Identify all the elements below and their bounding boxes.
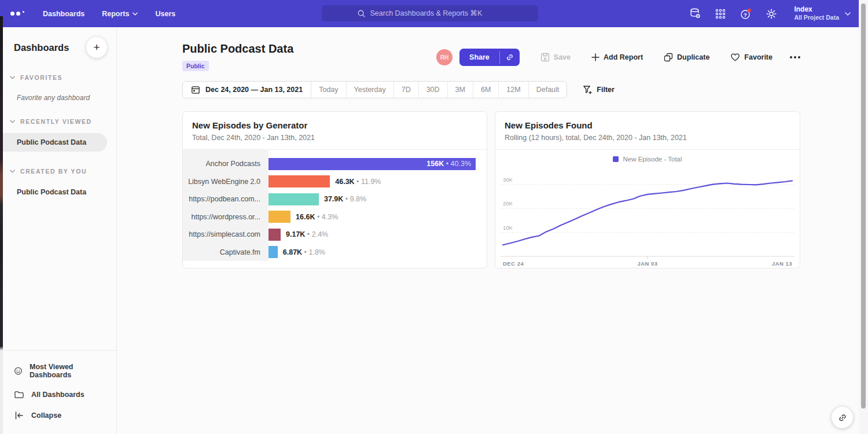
chart-title: New Episodes by Generator <box>192 120 477 130</box>
y-axis-tick-label: 10K <box>503 225 513 231</box>
apps-grid-icon[interactable] <box>714 8 727 20</box>
project-subtitle: All Project Data <box>794 14 839 21</box>
most-viewed-dashboards-button[interactable]: Most Viewed Dashboards <box>0 358 116 384</box>
collapse-sidebar-button[interactable]: Collapse <box>0 405 116 426</box>
bar-category-label: https://podbean.com... <box>183 195 269 203</box>
search-icon <box>357 9 366 18</box>
chevron-down-icon <box>10 170 15 173</box>
help-icon[interactable]: ? <box>740 8 752 20</box>
share-button[interactable]: Share <box>459 49 520 66</box>
line-series[interactable] <box>503 181 792 245</box>
bar[interactable] <box>269 246 278 258</box>
settings-gear-icon[interactable] <box>765 8 778 20</box>
add-report-button[interactable]: Add Report <box>591 53 643 61</box>
chevron-down-icon <box>10 76 15 79</box>
line-chart-card[interactable]: New Episodes Found Rolling (12 hours), t… <box>495 111 800 269</box>
bar-chart-card[interactable]: New Episodes by Generator Total, Dec 24t… <box>182 111 487 269</box>
link-icon <box>505 53 514 62</box>
nav-item-reports[interactable]: Reports <box>102 10 138 18</box>
chart-subtitle: Total, Dec 24th, 2020 - Jan 13th, 2021 <box>192 134 477 142</box>
bar-category-label: Libsyn WebEngine 2.0 <box>183 178 269 186</box>
nav-item-label: Users <box>155 10 175 18</box>
footer-item-label: All Dashboards <box>31 391 84 399</box>
bar-row[interactable]: Captivate.fm6.87K • 1.8% <box>183 244 487 262</box>
bar[interactable]: 156K • 40.3% <box>269 158 476 170</box>
x-axis-tick-label: JAN 03 <box>637 260 657 267</box>
bar-value: 9.17K • 2.4% <box>286 230 328 238</box>
bar[interactable] <box>269 229 281 241</box>
project-switcher[interactable]: Index All Project Data <box>794 5 851 21</box>
nav-item-users[interactable]: Users <box>155 10 175 18</box>
x-axis-tick-label: DEC 24 <box>503 260 524 267</box>
bar-row[interactable]: https://simplecast.com9.17K • 2.4% <box>183 226 487 244</box>
sidebar-item-public-podcast-data[interactable]: Public Podcast Data <box>0 183 107 201</box>
preset-7d[interactable]: 7D <box>394 82 419 98</box>
chart-legend: New Episode - Total <box>495 150 800 164</box>
avatar[interactable]: RH <box>436 49 453 65</box>
date-presets: TodayYesterday7D30D3M6M12MDefault <box>311 82 567 98</box>
scrollbar-thumb[interactable] <box>861 3 866 409</box>
bar[interactable] <box>269 193 319 205</box>
date-range-text: Dec 24, 2020 — Jan 13, 2021 <box>205 86 303 94</box>
preset-6m[interactable]: 6M <box>473 82 499 98</box>
bar-row[interactable]: https://wordpress.or...16.6K • 4.3% <box>183 208 487 226</box>
share-button-label[interactable]: Share <box>459 49 499 66</box>
section-favorites[interactable]: FAVORITES <box>0 74 116 81</box>
chevron-down-icon <box>845 12 851 16</box>
section-created-by-you[interactable]: CREATED BY YOU <box>0 168 116 175</box>
floating-link-button[interactable] <box>832 407 853 428</box>
svg-text:?: ? <box>744 11 747 17</box>
top-nav: Dashboards Reports Users <box>0 0 859 27</box>
all-dashboards-button[interactable]: All Dashboards <box>0 384 116 405</box>
favorite-button[interactable]: Favorite <box>730 53 773 62</box>
footer-item-label: Most Viewed Dashboards <box>30 363 102 379</box>
save-button: Save <box>540 53 571 62</box>
chart-title: New Episodes Found <box>505 120 790 130</box>
favorite-label: Favorite <box>744 53 773 61</box>
add-report-label: Add Report <box>604 53 643 61</box>
preset-3m[interactable]: 3M <box>448 82 473 98</box>
bar-category-label: Captivate.fm <box>183 248 269 256</box>
global-search[interactable] <box>322 5 538 21</box>
bar-chart: Anchor Podcasts156K • 40.3%Libsyn WebEng… <box>183 150 487 261</box>
section-label: FAVORITES <box>20 74 62 81</box>
data-management-icon[interactable] <box>689 8 701 20</box>
duplicate-label: Duplicate <box>677 53 709 61</box>
date-range-picker[interactable]: Dec 24, 2020 — Jan 13, 2021 <box>183 82 311 98</box>
more-options-button[interactable] <box>790 56 800 58</box>
filter-button[interactable]: Filter <box>583 85 615 94</box>
new-dashboard-button[interactable]: + <box>86 37 107 58</box>
legend-swatch <box>613 156 619 162</box>
preset-today[interactable]: Today <box>311 82 346 98</box>
copy-share-link-button[interactable] <box>500 49 520 66</box>
preset-12m[interactable]: 12M <box>499 82 528 98</box>
vertical-scrollbar[interactable] <box>859 0 868 434</box>
page-title: Public Podcast Data <box>182 42 293 56</box>
preset-default[interactable]: Default <box>529 82 567 98</box>
folder-icon <box>14 389 24 400</box>
nav-item-label: Reports <box>102 10 129 18</box>
sidebar-item-public-podcast-data[interactable]: Public Podcast Data <box>0 133 107 152</box>
duplicate-button[interactable]: Duplicate <box>664 53 709 62</box>
preset-30d[interactable]: 30D <box>419 82 448 98</box>
bar-row[interactable]: Libsyn WebEngine 2.046.3K • 11.9% <box>183 173 487 191</box>
section-label: CREATED BY YOU <box>20 168 87 175</box>
nav-item-dashboards[interactable]: Dashboards <box>43 10 84 18</box>
bar[interactable] <box>269 211 290 223</box>
x-axis-tick-label: JAN 13 <box>772 260 792 267</box>
chevron-down-icon <box>10 120 15 123</box>
app-logo[interactable] <box>10 11 24 17</box>
bar-row[interactable]: https://podbean.com...37.9K • 9.8% <box>183 190 487 208</box>
preset-yesterday[interactable]: Yesterday <box>347 82 394 98</box>
bar[interactable] <box>269 175 330 187</box>
logo-dot <box>10 12 14 16</box>
y-axis-tick-label: 20K <box>503 200 513 207</box>
section-recently-viewed[interactable]: RECENTLY VIEWED <box>0 118 116 125</box>
line-chart: 10K20K30KDEC 24JAN 03JAN 13 <box>501 164 795 269</box>
bar-value: 156K • 40.3% <box>426 160 471 168</box>
logo-dot <box>23 11 24 13</box>
bar-row[interactable]: Anchor Podcasts156K • 40.3% <box>183 155 487 173</box>
search-input[interactable] <box>370 9 503 17</box>
heart-icon <box>730 53 740 62</box>
plus-icon <box>591 53 599 61</box>
